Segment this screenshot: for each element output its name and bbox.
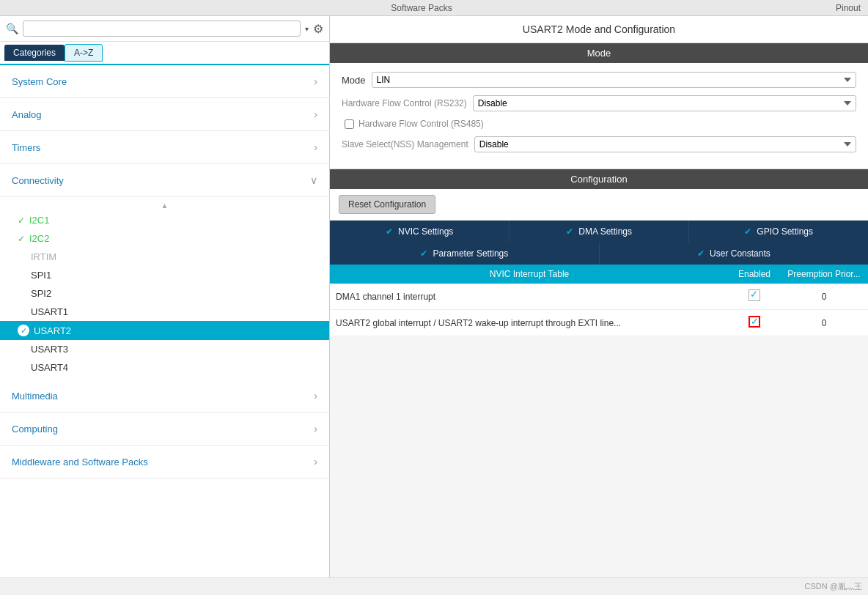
- nvic-row-priority: 0: [780, 286, 868, 308]
- slave-select-label: Slave Select(NSS) Management: [342, 139, 468, 149]
- sidebar-item-computing[interactable]: Computing ›: [0, 413, 329, 446]
- sidebar-item-multimedia[interactable]: Multimedia ›: [0, 380, 329, 413]
- sidebar-content: System Core › Analog › Timers › Connecti…: [0, 65, 329, 577]
- usart2-check-icon: ✓: [18, 325, 29, 336]
- config-section: Reset Configuration ✔ NVIC Settings ✔ DM…: [330, 189, 868, 577]
- sidebar-item-system-core[interactable]: System Core ›: [0, 65, 329, 98]
- nvic-row-name: DMA1 channel 1 interrupt: [330, 286, 729, 308]
- hw-flow-rs485-row: Hardware Flow Control (RS485): [342, 119, 856, 129]
- check-icon: ✓: [18, 215, 25, 226]
- tab-categories[interactable]: Categories: [4, 45, 65, 61]
- nvic-enabled-checkbox[interactable]: [749, 289, 760, 301]
- mode-header: Mode: [330, 43, 868, 63]
- search-icon: 🔍: [6, 23, 18, 34]
- nvic-row-enabled: [729, 310, 780, 336]
- chevron-right-icon: ›: [314, 423, 317, 435]
- nvic-row-name: USART2 global interrupt / USART2 wake-up…: [330, 312, 729, 334]
- slave-select-row: Slave Select(NSS) Management Disable Ena…: [342, 136, 856, 152]
- tab-check-icon: ✔: [566, 226, 573, 237]
- hw-flow-select[interactable]: Disable CTS Only RTS Only CTS/RTS: [473, 95, 856, 111]
- left-panel: 🔍 ▾ ⚙ Categories A->Z System Core › Anal…: [0, 16, 330, 577]
- nvic-col-priority-header: Preemption Prior...: [780, 265, 868, 284]
- slave-select[interactable]: Disable Enable: [474, 136, 856, 152]
- tab-check-icon: ✔: [420, 248, 427, 259]
- top-bar: Software Packs Pinout: [0, 0, 868, 16]
- nvic-col-enabled-header: Enabled: [729, 265, 780, 284]
- bottom-bar: CSDN @胤灬王: [0, 577, 868, 595]
- sub-item-usart3[interactable]: USART3: [0, 340, 329, 358]
- nvic-col-name-header: NVIC Interrupt Table: [330, 265, 729, 284]
- sidebar-item-middleware[interactable]: Middleware and Software Packs ›: [0, 446, 329, 478]
- scroll-up-icon: ▲: [161, 202, 169, 210]
- config-toolbar: Reset Configuration: [330, 189, 868, 221]
- config-header: Configuration: [330, 169, 868, 189]
- sub-item-usart4[interactable]: USART4: [0, 358, 329, 377]
- tab-parameter-settings[interactable]: ✔ Parameter Settings: [330, 243, 600, 265]
- top-bar-center: Software Packs: [391, 3, 452, 13]
- check-icon: ✓: [18, 234, 25, 244]
- right-panel: USART2 Mode and Configuration Mode Mode …: [330, 16, 868, 577]
- connectivity-sub-items: ▲ ✓ I2C1 ✓ I2C2 IRTIM SPI1: [0, 197, 329, 380]
- sub-item-irtim[interactable]: IRTIM: [0, 248, 329, 266]
- sidebar-item-connectivity[interactable]: Connectivity ∨: [0, 164, 329, 197]
- chevron-right-icon: ›: [314, 75, 317, 87]
- tab-check-icon: ✔: [386, 226, 393, 237]
- chevron-right-icon: ›: [314, 390, 317, 402]
- sub-item-usart2[interactable]: ✓ USART2: [0, 321, 329, 340]
- tab-check-icon: ✔: [697, 248, 705, 259]
- nvic-table-header: NVIC Interrupt Table Enabled Preemption …: [330, 265, 868, 284]
- hw-flow-rs485-label: Hardware Flow Control (RS485): [358, 119, 484, 129]
- chevron-right-icon: ›: [314, 141, 317, 153]
- sub-item-i2c2[interactable]: ✓ I2C2: [0, 229, 329, 248]
- config-tabs-row2: ✔ Parameter Settings ✔ User Constants: [330, 243, 868, 265]
- chevron-right-icon: ›: [314, 456, 317, 468]
- nvic-row-usart2: USART2 global interrupt / USART2 wake-up…: [330, 310, 868, 336]
- config-tabs-row1: ✔ NVIC Settings ✔ DMA Settings ✔ GPIO Se…: [330, 221, 868, 243]
- sub-item-spi1[interactable]: SPI1: [0, 266, 329, 284]
- search-input[interactable]: [23, 21, 301, 37]
- tab-user-constants[interactable]: ✔ User Constants: [600, 243, 869, 265]
- mode-row: Mode LIN Asynchronous Synchronous Single…: [342, 72, 856, 88]
- reset-config-button[interactable]: Reset Configuration: [339, 195, 435, 214]
- tab-dma-settings[interactable]: ✔ DMA Settings: [510, 221, 689, 243]
- nvic-row-enabled: [729, 284, 780, 309]
- hw-flow-rs485-checkbox[interactable]: [345, 119, 354, 129]
- tab-nvic-settings[interactable]: ✔ NVIC Settings: [330, 221, 510, 243]
- mode-label: Mode: [342, 75, 366, 86]
- sub-item-spi2[interactable]: SPI2: [0, 284, 329, 303]
- tab-atoz[interactable]: A->Z: [65, 44, 103, 62]
- nvic-row-dma1: DMA1 channel 1 interrupt 0: [330, 284, 868, 310]
- mode-section: Mode LIN Asynchronous Synchronous Single…: [330, 63, 868, 169]
- sub-item-usart1[interactable]: USART1: [0, 303, 329, 321]
- search-bar: 🔍 ▾ ⚙: [0, 16, 329, 42]
- mode-select[interactable]: LIN Asynchronous Synchronous Single Wire…: [372, 72, 856, 88]
- nvic-enabled-checkbox-highlighted[interactable]: [749, 316, 760, 328]
- credit-text: CSDN @胤灬王: [805, 582, 862, 591]
- top-bar-right: Pinout: [836, 3, 861, 13]
- chevron-right-icon: ›: [314, 108, 317, 120]
- sub-item-i2c1[interactable]: ✓ I2C1: [0, 211, 329, 229]
- tab-gpio-settings[interactable]: ✔ GPIO Settings: [689, 221, 868, 243]
- hw-flow-label: Hardware Flow Control (RS232): [342, 98, 467, 108]
- nvic-row-priority: 0: [780, 312, 868, 334]
- chevron-down-icon: ∨: [310, 174, 317, 186]
- sidebar-item-timers[interactable]: Timers ›: [0, 131, 329, 164]
- sidebar-item-analog[interactable]: Analog ›: [0, 98, 329, 131]
- usart-title: USART2 Mode and Configuration: [330, 16, 868, 43]
- gear-icon[interactable]: ⚙: [313, 22, 323, 36]
- tab-bar: Categories A->Z: [0, 42, 329, 65]
- dropdown-arrow-icon[interactable]: ▾: [305, 25, 309, 33]
- hw-flow-rs232-row: Hardware Flow Control (RS232) Disable CT…: [342, 95, 856, 111]
- tab-check-icon: ✔: [744, 226, 751, 237]
- scroll-indicator: ▲: [0, 200, 329, 211]
- main-layout: 🔍 ▾ ⚙ Categories A->Z System Core › Anal…: [0, 16, 868, 577]
